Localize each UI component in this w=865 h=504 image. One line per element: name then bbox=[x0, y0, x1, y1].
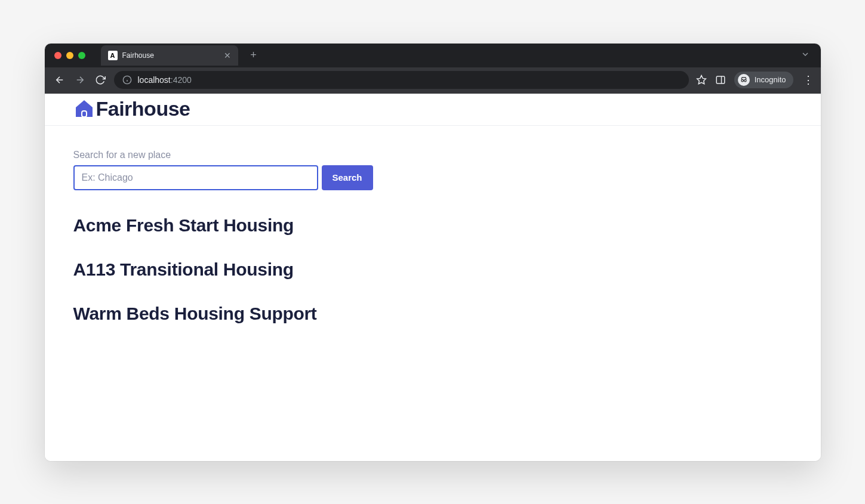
reload-button[interactable] bbox=[94, 73, 107, 86]
close-tab-button[interactable]: ✕ bbox=[224, 51, 231, 60]
favicon-icon: A bbox=[108, 51, 118, 60]
search-label: Search for a new place bbox=[73, 150, 792, 160]
address-bar[interactable]: localhost:4200 bbox=[114, 71, 689, 89]
menu-button[interactable]: ⋮ bbox=[802, 73, 815, 86]
incognito-icon bbox=[738, 74, 750, 86]
svg-rect-6 bbox=[716, 76, 725, 84]
svg-point-8 bbox=[741, 79, 744, 82]
incognito-label: Incognito bbox=[755, 75, 786, 84]
tab-title: Fairhouse bbox=[122, 51, 219, 60]
result-item-title: Acme Fresh Start Housing bbox=[73, 215, 792, 236]
minimize-window-button[interactable] bbox=[66, 52, 73, 59]
url-host: localhost bbox=[138, 75, 171, 85]
svg-point-9 bbox=[744, 79, 746, 82]
browser-toolbar: localhost:4200 Incognito ⋮ bbox=[45, 67, 821, 94]
search-row: Search bbox=[73, 165, 792, 190]
back-button[interactable] bbox=[53, 73, 66, 86]
result-item-title: A113 Transitional Housing bbox=[73, 259, 792, 280]
site-info-icon[interactable] bbox=[122, 75, 132, 85]
forward-button[interactable] bbox=[73, 73, 87, 86]
page-content: Fairhouse Search for a new place Search … bbox=[45, 94, 821, 461]
main-content: Search for a new place Search Acme Fresh… bbox=[45, 126, 821, 348]
panel-icon[interactable] bbox=[715, 75, 726, 85]
house-logo-icon bbox=[73, 98, 95, 119]
browser-window: A Fairhouse ✕ + bbox=[45, 44, 821, 461]
close-window-button[interactable] bbox=[54, 52, 61, 59]
svg-marker-5 bbox=[697, 75, 706, 84]
new-tab-button[interactable]: + bbox=[245, 49, 262, 61]
maximize-window-button[interactable] bbox=[78, 52, 85, 59]
app-header: Fairhouse bbox=[45, 94, 821, 126]
url-text: localhost:4200 bbox=[138, 75, 192, 85]
incognito-badge[interactable]: Incognito bbox=[734, 72, 793, 88]
search-button[interactable]: Search bbox=[322, 165, 373, 190]
results-list: Acme Fresh Start Housing A113 Transition… bbox=[73, 215, 792, 324]
browser-tab[interactable]: A Fairhouse ✕ bbox=[101, 45, 238, 66]
chevron-down-icon[interactable] bbox=[797, 47, 814, 63]
star-icon[interactable] bbox=[696, 75, 707, 85]
result-item-title: Warm Beds Housing Support bbox=[73, 304, 792, 324]
window-controls bbox=[51, 52, 90, 59]
url-port: :4200 bbox=[171, 75, 192, 85]
browser-chrome: A Fairhouse ✕ + bbox=[45, 44, 821, 94]
toolbar-right: Incognito ⋮ bbox=[696, 72, 815, 88]
tab-bar: A Fairhouse ✕ + bbox=[45, 44, 821, 67]
app-title: Fairhouse bbox=[96, 97, 190, 120]
search-input[interactable] bbox=[73, 165, 318, 190]
